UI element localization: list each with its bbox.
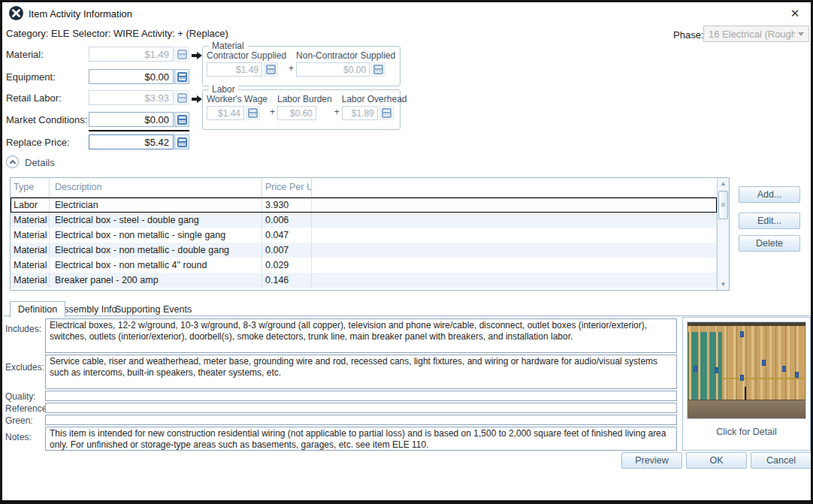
item-photo-thumbnail[interactable]	[687, 321, 806, 419]
image-panel: Click for Detail	[682, 317, 811, 451]
cell-price: 0.006	[262, 213, 312, 228]
contractor-supplied-label: Contractor Supplied	[207, 50, 286, 61]
market-conditions-label: Market Conditions:	[6, 114, 87, 125]
details-collapse-button[interactable]	[6, 155, 19, 168]
cell-blank	[312, 213, 717, 228]
dialog-title: Item Activity Information	[29, 8, 132, 20]
table-row[interactable]: Material Electrical box - non metallic 4…	[11, 258, 717, 273]
photo-floor	[688, 400, 805, 418]
tab-supporting-events[interactable]: Supporting Events	[109, 301, 198, 318]
material-arrow-icon	[192, 50, 202, 63]
column-header-type[interactable]: Type	[11, 178, 50, 197]
calculator-icon	[177, 137, 187, 147]
phase-value: 16 Electrical (Rough-in)	[709, 29, 795, 40]
cell-description: Electrical box - non metallic - single g…	[50, 228, 262, 243]
photo-electrical-box	[694, 366, 697, 372]
cell-type: Material	[11, 273, 50, 288]
quality-field	[45, 391, 677, 401]
retail-labor-input: $3.93	[89, 90, 174, 105]
equipment-calculator-button[interactable]	[174, 69, 189, 84]
cell-blank	[312, 273, 717, 288]
workers-wage-calculator-button	[246, 106, 260, 120]
photo-electrical-box	[740, 331, 744, 337]
preview-button[interactable]: Preview	[621, 452, 682, 469]
labor-group-legend: Labor	[209, 84, 238, 95]
cell-type: Material	[11, 243, 50, 258]
replace-price-input[interactable]: $5.42	[89, 134, 174, 149]
phase-dropdown: 16 Electrical (Rough-in)	[703, 26, 809, 42]
includes-label: Includes:	[5, 324, 41, 334]
non-contractor-supplied-calculator-button	[371, 62, 385, 77]
chevron-down-icon	[798, 32, 804, 36]
labor-groupbox: Labor Worker's Wage $1.44 + Labor Burden…	[202, 89, 400, 130]
workers-wage-label: Worker's Wage	[207, 94, 267, 104]
delete-button[interactable]: Delete	[739, 235, 800, 252]
cell-type: Labor	[11, 198, 50, 213]
scroll-down-icon[interactable]: ▼	[718, 279, 729, 290]
table-row[interactable]: Material Electrical box - non metallic -…	[11, 243, 717, 258]
cell-price: 3.930	[262, 198, 312, 213]
cell-type: Material	[11, 258, 50, 273]
replace-price-calculator-button[interactable]	[174, 134, 189, 149]
plus-sign: +	[332, 107, 342, 120]
workers-wage-input: $1.44	[207, 106, 244, 120]
cell-type: Material	[11, 213, 50, 228]
cell-description: Breaker panel - 200 amp	[50, 273, 262, 288]
cell-price: 0.146	[262, 273, 312, 288]
market-conditions-input[interactable]: $0.00	[89, 112, 174, 127]
includes-field: Electrical boxes, 12-2 w/ground, 10-3 w/…	[45, 318, 677, 353]
click-for-detail-link[interactable]: Click for Detail	[683, 427, 810, 437]
cancel-button[interactable]: Cancel	[751, 452, 811, 469]
edit-button[interactable]: Edit...	[739, 213, 800, 229]
material-groupbox: Material Contractor Supplied $1.49 + Non…	[202, 46, 400, 86]
replace-price-label: Replace Price:	[6, 137, 70, 148]
non-contractor-supplied-input: $0.00	[296, 62, 370, 77]
photo-top-plate	[688, 322, 805, 326]
photo-wire	[722, 378, 806, 379]
cell-type: Material	[11, 228, 50, 243]
ok-button[interactable]: OK	[686, 452, 747, 469]
table-row[interactable]: Material Electrical box - non metallic -…	[11, 228, 717, 243]
tab-definition[interactable]: Definition	[10, 301, 65, 317]
column-header-description[interactable]: Description	[50, 178, 262, 197]
excludes-field: Service cable, riser and weatherhead, me…	[45, 355, 677, 389]
photo-electrical-box	[740, 375, 744, 381]
scrollbar-thumb[interactable]: ≡	[718, 191, 728, 219]
notes-text: This item is intended for new constructi…	[50, 428, 666, 450]
title-bar: Item Activity Information ✕	[2, 2, 811, 25]
photo-conduit	[745, 387, 746, 400]
table-row[interactable]: Labor Electrician 3.930	[11, 198, 717, 213]
table-row[interactable]: Material Electrical box - steel - double…	[11, 213, 717, 228]
calculator-icon	[177, 50, 187, 59]
add-button[interactable]: Add...	[739, 186, 800, 203]
photo-electrical-box	[795, 372, 799, 378]
table-header-row: Type Description Price Per Unit	[11, 178, 717, 198]
table-row[interactable]: Material Breaker panel - 200 amp 0.146	[11, 273, 717, 288]
material-calculator-button	[174, 47, 189, 62]
calculator-icon	[266, 65, 276, 74]
labor-arrow-icon	[192, 93, 202, 107]
photo-electrical-box	[715, 367, 718, 373]
notes-label: Notes:	[5, 432, 32, 442]
market-conditions-calculator-button[interactable]	[174, 112, 189, 127]
close-icon[interactable]: ✕	[788, 7, 802, 20]
cell-blank	[312, 198, 717, 213]
column-header-price-per-unit[interactable]: Price Per Unit	[262, 178, 312, 197]
cell-blank	[312, 258, 717, 273]
calculator-icon	[177, 115, 187, 125]
category-breadcrumb: Category: ELE Selector: WIRE Activity: +…	[6, 28, 228, 39]
labor-overhead-label: Labor Overhead	[342, 94, 407, 104]
details-toggle-label: Details	[25, 157, 55, 168]
retail-labor-calculator-button	[174, 90, 189, 105]
calculator-icon	[177, 93, 187, 103]
equipment-input[interactable]: $0.00	[89, 69, 174, 84]
cell-blank	[312, 243, 717, 258]
material-label: Material:	[6, 49, 44, 60]
material-input: $1.49	[89, 47, 174, 62]
includes-text: Electrical boxes, 12-2 w/ground, 10-3 w/…	[50, 320, 647, 342]
table-scrollbar[interactable]: ▲ ≡ ▼	[717, 178, 729, 290]
cell-description: Electrical box - steel - double gang	[50, 213, 262, 228]
sum-divider	[89, 130, 189, 131]
scroll-up-icon[interactable]: ▲	[718, 178, 729, 189]
equipment-label: Equipment:	[6, 71, 56, 83]
